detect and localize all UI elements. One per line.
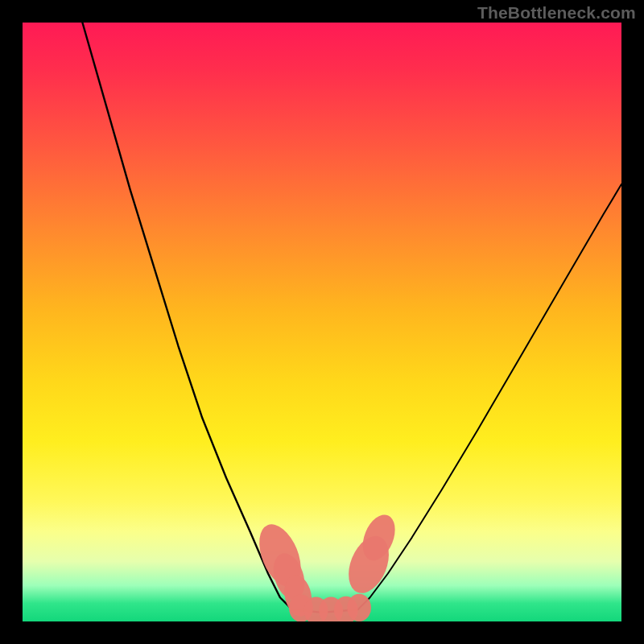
series-group [82,23,621,613]
floor-marker-5 [347,594,371,621]
plot-area [23,23,621,621]
marker-group [251,510,401,621]
series-left-branch [82,23,291,609]
series-right-branch [358,184,621,609]
chart-frame: TheBottleneck.com [0,0,644,644]
watermark-text: TheBottleneck.com [477,3,636,23]
chart-svg [23,23,621,621]
